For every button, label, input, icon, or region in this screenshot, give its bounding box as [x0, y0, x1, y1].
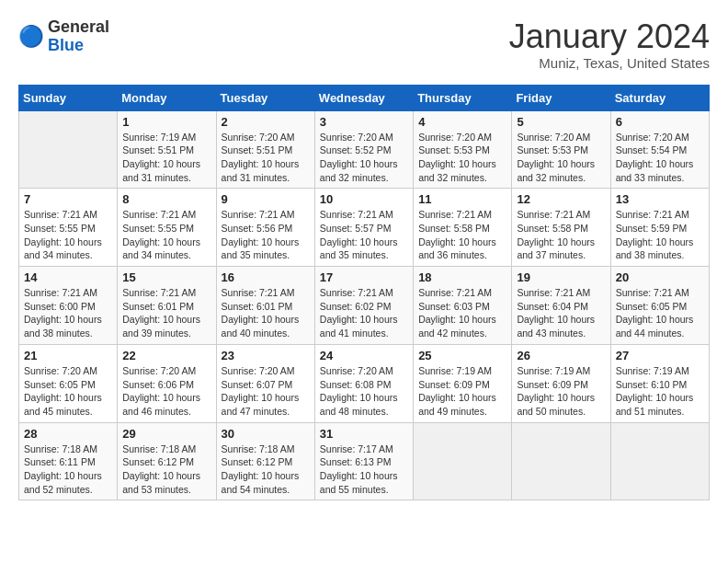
calendar-cell: 21Sunrise: 7:20 AM Sunset: 6:05 PM Dayli… — [19, 344, 118, 422]
day-number: 20 — [616, 270, 704, 284]
day-info: Sunrise: 7:21 AM Sunset: 5:58 PM Dayligh… — [517, 208, 605, 262]
day-number: 19 — [517, 270, 605, 284]
day-number: 11 — [418, 192, 506, 206]
day-info: Sunrise: 7:20 AM Sunset: 5:51 PM Dayligh… — [222, 131, 310, 185]
day-number: 22 — [122, 349, 210, 362]
logo-general: General — [48, 17, 109, 36]
day-number: 4 — [418, 115, 506, 129]
day-number: 3 — [320, 115, 408, 129]
day-info: Sunrise: 7:20 AM Sunset: 5:53 PM Dayligh… — [418, 131, 506, 185]
day-info: Sunrise: 7:19 AM Sunset: 6:09 PM Dayligh… — [517, 364, 605, 419]
calendar-cell: 14Sunrise: 7:21 AM Sunset: 6:00 PM Dayli… — [19, 267, 118, 345]
calendar-cell: 17Sunrise: 7:21 AM Sunset: 6:02 PM Dayli… — [314, 267, 413, 345]
day-number: 16 — [222, 270, 310, 284]
calendar-cell: 29Sunrise: 7:18 AM Sunset: 6:12 PM Dayli… — [118, 422, 216, 500]
calendar-cell: 5Sunrise: 7:20 AM Sunset: 5:53 PM Daylig… — [512, 110, 610, 189]
calendar-cell: 23Sunrise: 7:20 AM Sunset: 6:07 PM Dayli… — [216, 344, 314, 422]
calendar-cell: 12Sunrise: 7:21 AM Sunset: 5:58 PM Dayli… — [512, 189, 610, 267]
day-info: Sunrise: 7:18 AM Sunset: 6:12 PM Dayligh… — [122, 442, 210, 497]
day-number: 12 — [517, 192, 605, 206]
weekday-header-friday: Friday — [512, 85, 610, 110]
calendar-cell: 16Sunrise: 7:21 AM Sunset: 6:01 PM Dayli… — [216, 267, 314, 345]
day-number: 28 — [24, 427, 112, 441]
day-number: 29 — [122, 427, 210, 441]
day-number: 10 — [320, 192, 408, 206]
calendar-cell: 11Sunrise: 7:21 AM Sunset: 5:58 PM Dayli… — [414, 189, 512, 267]
day-info: Sunrise: 7:19 AM Sunset: 6:10 PM Dayligh… — [616, 364, 704, 419]
day-number: 5 — [517, 115, 605, 129]
calendar-cell: 15Sunrise: 7:21 AM Sunset: 6:01 PM Dayli… — [118, 267, 216, 345]
calendar-table: SundayMondayTuesdayWednesdayThursdayFrid… — [18, 85, 710, 501]
logo-icon: 🔵 — [18, 24, 44, 50]
calendar-cell: 10Sunrise: 7:21 AM Sunset: 5:57 PM Dayli… — [314, 189, 413, 267]
weekday-header-wednesday: Wednesday — [314, 85, 413, 110]
day-info: Sunrise: 7:20 AM Sunset: 6:08 PM Dayligh… — [320, 364, 408, 419]
day-number: 21 — [24, 349, 112, 362]
calendar-cell: 2Sunrise: 7:20 AM Sunset: 5:51 PM Daylig… — [216, 110, 314, 189]
calendar-cell — [19, 110, 118, 189]
calendar-cell: 24Sunrise: 7:20 AM Sunset: 6:08 PM Dayli… — [314, 344, 413, 422]
day-info: Sunrise: 7:21 AM Sunset: 6:04 PM Dayligh… — [517, 286, 605, 340]
calendar-subtitle: Muniz, Texas, United States — [509, 55, 710, 71]
title-block: January 2024 Muniz, Texas, United States — [509, 18, 710, 71]
day-number: 2 — [222, 115, 310, 129]
weekday-header-thursday: Thursday — [414, 85, 512, 110]
calendar-cell — [414, 422, 512, 500]
day-info: Sunrise: 7:21 AM Sunset: 6:05 PM Dayligh… — [616, 286, 704, 340]
week-row-1: 1Sunrise: 7:19 AM Sunset: 5:51 PM Daylig… — [19, 110, 710, 189]
day-number: 13 — [616, 192, 704, 206]
logo-blue: Blue — [48, 36, 84, 54]
calendar-cell: 1Sunrise: 7:19 AM Sunset: 5:51 PM Daylig… — [118, 110, 216, 189]
day-info: Sunrise: 7:21 AM Sunset: 5:59 PM Dayligh… — [616, 208, 704, 262]
day-info: Sunrise: 7:21 AM Sunset: 6:02 PM Dayligh… — [320, 286, 408, 340]
day-number: 14 — [24, 270, 112, 284]
weekday-header-sunday: Sunday — [19, 85, 118, 110]
calendar-cell: 13Sunrise: 7:21 AM Sunset: 5:59 PM Dayli… — [610, 189, 709, 267]
calendar-cell: 7Sunrise: 7:21 AM Sunset: 5:55 PM Daylig… — [19, 189, 118, 267]
weekday-header-row: SundayMondayTuesdayWednesdayThursdayFrid… — [19, 85, 710, 110]
day-info: Sunrise: 7:21 AM Sunset: 5:56 PM Dayligh… — [222, 208, 310, 262]
weekday-header-monday: Monday — [118, 85, 216, 110]
day-number: 17 — [320, 270, 408, 284]
page-header: 🔵 General Blue January 2024 Muniz, Texas… — [18, 18, 710, 71]
day-info: Sunrise: 7:20 AM Sunset: 5:52 PM Dayligh… — [320, 131, 408, 185]
day-info: Sunrise: 7:20 AM Sunset: 6:07 PM Dayligh… — [222, 364, 310, 419]
day-info: Sunrise: 7:21 AM Sunset: 6:00 PM Dayligh… — [24, 286, 112, 340]
calendar-cell — [610, 422, 709, 500]
day-info: Sunrise: 7:19 AM Sunset: 6:09 PM Dayligh… — [418, 364, 506, 419]
calendar-cell: 20Sunrise: 7:21 AM Sunset: 6:05 PM Dayli… — [610, 267, 709, 345]
day-number: 15 — [122, 270, 210, 284]
day-info: Sunrise: 7:21 AM Sunset: 6:03 PM Dayligh… — [418, 286, 506, 340]
weekday-header-tuesday: Tuesday — [216, 85, 314, 110]
calendar-cell: 18Sunrise: 7:21 AM Sunset: 6:03 PM Dayli… — [414, 267, 512, 345]
day-number: 9 — [222, 192, 310, 206]
day-number: 31 — [320, 427, 408, 441]
day-info: Sunrise: 7:21 AM Sunset: 6:01 PM Dayligh… — [122, 286, 210, 340]
calendar-cell: 27Sunrise: 7:19 AM Sunset: 6:10 PM Dayli… — [610, 344, 709, 422]
day-number: 26 — [517, 349, 605, 362]
day-info: Sunrise: 7:21 AM Sunset: 5:55 PM Dayligh… — [24, 208, 112, 262]
day-info: Sunrise: 7:18 AM Sunset: 6:12 PM Dayligh… — [222, 442, 310, 497]
day-number: 27 — [616, 349, 704, 362]
day-number: 25 — [418, 349, 506, 362]
calendar-cell: 31Sunrise: 7:17 AM Sunset: 6:13 PM Dayli… — [314, 422, 413, 500]
day-number: 30 — [222, 427, 310, 441]
day-info: Sunrise: 7:21 AM Sunset: 6:01 PM Dayligh… — [222, 286, 310, 340]
day-info: Sunrise: 7:20 AM Sunset: 6:06 PM Dayligh… — [122, 364, 210, 419]
day-number: 7 — [24, 192, 112, 206]
calendar-cell: 4Sunrise: 7:20 AM Sunset: 5:53 PM Daylig… — [414, 110, 512, 189]
calendar-cell: 28Sunrise: 7:18 AM Sunset: 6:11 PM Dayli… — [19, 422, 118, 500]
week-row-3: 14Sunrise: 7:21 AM Sunset: 6:00 PM Dayli… — [19, 267, 710, 345]
day-number: 18 — [418, 270, 506, 284]
calendar-cell — [512, 422, 610, 500]
day-info: Sunrise: 7:20 AM Sunset: 5:53 PM Dayligh… — [517, 131, 605, 185]
calendar-cell: 26Sunrise: 7:19 AM Sunset: 6:09 PM Dayli… — [512, 344, 610, 422]
calendar-cell: 30Sunrise: 7:18 AM Sunset: 6:12 PM Dayli… — [216, 422, 314, 500]
day-info: Sunrise: 7:21 AM Sunset: 5:55 PM Dayligh… — [122, 208, 210, 262]
day-info: Sunrise: 7:18 AM Sunset: 6:11 PM Dayligh… — [24, 442, 112, 497]
calendar-cell: 9Sunrise: 7:21 AM Sunset: 5:56 PM Daylig… — [216, 189, 314, 267]
day-info: Sunrise: 7:21 AM Sunset: 5:57 PM Dayligh… — [320, 208, 408, 262]
day-number: 6 — [616, 115, 704, 129]
day-info: Sunrise: 7:21 AM Sunset: 5:58 PM Dayligh… — [418, 208, 506, 262]
day-info: Sunrise: 7:20 AM Sunset: 5:54 PM Dayligh… — [616, 131, 704, 185]
